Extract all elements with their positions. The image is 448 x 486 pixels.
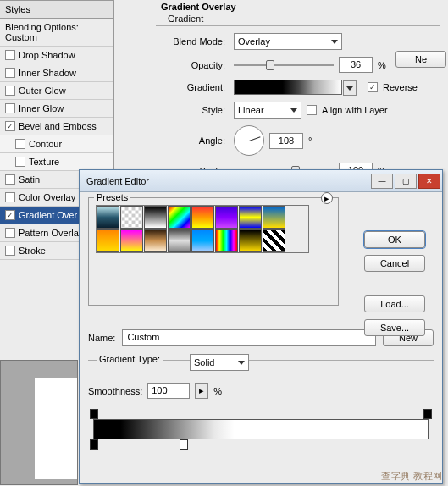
style-label: Color Overlay: [19, 192, 75, 202]
style-checkbox[interactable]: [5, 103, 15, 113]
style-label: Inner Glow: [19, 103, 64, 113]
style-item-bevel-and-emboss[interactable]: ✓Bevel and Emboss: [0, 118, 113, 135]
style-checkbox[interactable]: [5, 228, 15, 238]
maximize-button[interactable]: ▢: [395, 174, 417, 189]
style-label: Texture: [29, 157, 59, 167]
degree-label: °: [308, 135, 312, 146]
preset-swatch[interactable]: [215, 206, 238, 229]
angle-label: Angle:: [161, 135, 229, 146]
opacity-label: Opacity:: [161, 60, 229, 70]
preset-swatch[interactable]: [168, 229, 191, 252]
align-checkbox[interactable]: [307, 105, 317, 115]
gradient-dropdown-button[interactable]: [343, 80, 357, 96]
style-label: Stroke: [19, 246, 46, 256]
opacity-stop-left[interactable]: [90, 409, 98, 419]
style-item-texture[interactable]: Texture: [0, 153, 113, 171]
percent-label: %: [378, 60, 386, 70]
preset-swatch[interactable]: [168, 206, 191, 229]
save-button[interactable]: Save...: [364, 319, 425, 336]
style-label: Outer Glow: [19, 86, 66, 96]
name-label: Name:: [88, 333, 115, 343]
style-checkbox[interactable]: [5, 246, 15, 256]
preset-swatch[interactable]: [263, 206, 285, 229]
opacity-slider[interactable]: [234, 58, 334, 73]
chevron-down-icon: [331, 40, 338, 44]
preset-swatch[interactable]: [263, 229, 285, 252]
reverse-checkbox[interactable]: ✓: [368, 82, 378, 92]
style-label: Contour: [29, 139, 62, 149]
percent-label: %: [213, 386, 222, 396]
presets-menu-button[interactable]: ▸: [321, 192, 333, 204]
preset-swatch[interactable]: [120, 206, 143, 229]
gradient-editor-dialog: Gradient Editor — ▢ ✕ Presets ▸ OK Cance…: [79, 169, 443, 484]
chevron-down-icon: [238, 361, 245, 365]
preset-swatch[interactable]: [144, 229, 167, 252]
preview-area: [0, 360, 78, 485]
style-label: Bevel and Emboss: [19, 121, 97, 131]
style-item-inner-glow[interactable]: Inner Glow: [0, 100, 113, 118]
opacity-input[interactable]: 36: [339, 57, 373, 73]
style-checkbox[interactable]: ✓: [5, 121, 15, 131]
style-checkbox[interactable]: [5, 50, 15, 60]
gradient-type-label: Gradient Type:: [97, 354, 163, 364]
presets-label: Presets: [94, 192, 130, 202]
gradient-bar[interactable]: [93, 419, 429, 439]
style-dropdown[interactable]: Linear: [234, 102, 301, 119]
style-item-outer-glow[interactable]: Outer Glow: [0, 82, 113, 100]
angle-input[interactable]: 108: [269, 133, 303, 149]
style-label: Gradient Over: [19, 210, 77, 220]
color-stop-mid[interactable]: [180, 439, 188, 450]
smoothness-input[interactable]: 100: [147, 383, 190, 399]
name-input[interactable]: Custom: [122, 329, 376, 346]
style-label: Pattern Overlay: [19, 228, 83, 238]
style-label: Style:: [161, 105, 229, 115]
preset-swatch[interactable]: [97, 229, 119, 252]
smoothness-stepper[interactable]: ▸: [195, 383, 208, 399]
close-button[interactable]: ✕: [418, 174, 440, 189]
watermark-text: 查字典 教程网: [381, 470, 443, 483]
style-checkbox[interactable]: ✓: [5, 210, 15, 220]
chevron-down-icon: [290, 108, 297, 113]
preset-swatch[interactable]: [191, 206, 214, 229]
preset-swatch[interactable]: [239, 206, 262, 229]
style-checkbox[interactable]: [15, 139, 25, 149]
blend-mode-dropdown[interactable]: Overlay: [234, 33, 342, 50]
style-item-contour[interactable]: Contour: [0, 135, 113, 153]
style-item-inner-shadow[interactable]: Inner Shadow: [0, 64, 113, 82]
blend-mode-label: Blend Mode:: [161, 36, 229, 47]
gradient-type-dropdown[interactable]: Solid: [190, 354, 249, 371]
ok-button[interactable]: OK: [364, 231, 425, 248]
color-stop-left[interactable]: [90, 439, 98, 450]
preset-swatch[interactable]: [239, 229, 262, 252]
style-checkbox[interactable]: [5, 86, 15, 96]
angle-dial[interactable]: [234, 125, 264, 156]
presets-box: Presets ▸: [88, 197, 339, 306]
gradient-swatch[interactable]: [234, 80, 342, 95]
preset-swatch[interactable]: [120, 229, 143, 252]
dialog-title: Gradient Editor: [86, 176, 149, 186]
style-checkbox[interactable]: [5, 68, 15, 78]
styles-header[interactable]: Styles: [0, 0, 113, 19]
reverse-label: Reverse: [383, 82, 418, 92]
preset-swatch[interactable]: [215, 229, 238, 252]
smoothness-label: Smoothness:: [88, 386, 142, 396]
style-label: Drop Shadow: [19, 50, 75, 60]
load-button[interactable]: Load...: [364, 295, 425, 312]
gradient-label: Gradient:: [161, 82, 229, 92]
style-checkbox[interactable]: [5, 192, 15, 202]
preset-swatch[interactable]: [97, 206, 119, 229]
minimize-button[interactable]: —: [371, 174, 393, 189]
style-checkbox[interactable]: [15, 157, 25, 167]
new-style-button[interactable]: Ne: [395, 51, 446, 68]
style-label: Satin: [19, 174, 40, 185]
gradient-bar-area: [88, 407, 434, 456]
style-item-drop-shadow[interactable]: Drop Shadow: [0, 47, 113, 64]
side-buttons: Ne: [395, 51, 446, 68]
preset-swatch[interactable]: [191, 229, 214, 252]
blending-options-row[interactable]: Blending Options: Custom: [0, 19, 113, 47]
style-checkbox[interactable]: [5, 174, 15, 185]
opacity-stop-right[interactable]: [423, 409, 432, 419]
preset-swatch[interactable]: [144, 206, 167, 229]
titlebar[interactable]: Gradient Editor — ▢ ✕: [80, 170, 442, 192]
cancel-button[interactable]: Cancel: [364, 255, 425, 272]
